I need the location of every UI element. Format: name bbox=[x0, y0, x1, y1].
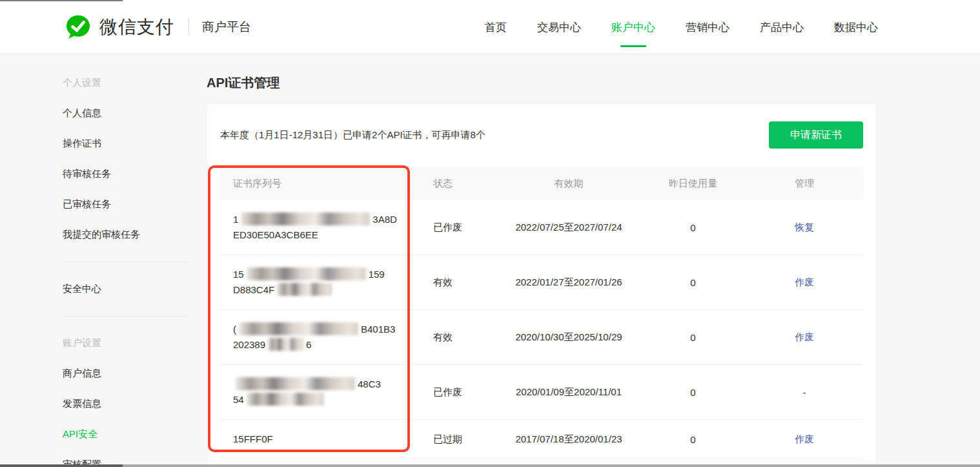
certificate-row: 15FFF0F已过期2017/07/18至2020/01/230作废 bbox=[220, 420, 863, 459]
apply-new-cert-button[interactable]: 申请新证书 bbox=[769, 121, 863, 149]
sidebar-item-api-security[interactable]: API安全 bbox=[63, 419, 187, 450]
sidebar: 个人设置个人信息操作证书待审核任务已审核任务我提交的审核任务安全中心账户设置商户… bbox=[63, 54, 187, 467]
certificate-table: 证书序列号状态有效期昨日使用量管理 13A8DED30E50A3CB6EE已作废… bbox=[220, 167, 863, 459]
main-content: API证书管理 本年度（1月1日-12月31日）已申请2个API证书，可再申请8… bbox=[207, 54, 877, 467]
certificate-row: 48C354已作废2020/01/09至2020/11/010- bbox=[220, 365, 863, 420]
certificate-card: 本年度（1月1日-12月31日）已申请2个API证书，可再申请8个 申请新证书 … bbox=[207, 103, 877, 467]
redaction-blur bbox=[277, 283, 332, 296]
sidebar-item-invoice-info[interactable]: 发票信息 bbox=[63, 389, 187, 419]
serial-text: 15FFF0F bbox=[233, 433, 273, 444]
serial-text: 202389 bbox=[233, 339, 265, 350]
sidebar-item-security-center[interactable]: 安全中心 bbox=[63, 274, 187, 304]
redaction-blur bbox=[239, 322, 358, 335]
cert-status: 有效 bbox=[433, 331, 507, 344]
column-header-serial: 证书序列号 bbox=[220, 178, 433, 190]
cert-validity: 2022/01/27至2027/01/26 bbox=[507, 276, 630, 289]
nav-item-account-center[interactable]: 账户中心 bbox=[611, 20, 655, 35]
serial-text: D883C4F bbox=[233, 284, 274, 295]
cert-usage: 0 bbox=[630, 332, 756, 343]
serial-text: 3A8D bbox=[373, 214, 397, 225]
screen-bottom-edge bbox=[0, 464, 980, 467]
brand[interactable]: 微信支付 商户平台 bbox=[65, 0, 251, 54]
cert-validity: 2022/07/25至2027/07/24 bbox=[507, 222, 630, 234]
sidebar-item-pending-review-tasks[interactable]: 待审核任务 bbox=[63, 159, 187, 189]
serial-text: 6 bbox=[306, 339, 311, 350]
redaction-blur bbox=[241, 213, 370, 225]
nav-item-data-center[interactable]: 数据中心 bbox=[834, 20, 878, 35]
wechat-pay-logo-icon bbox=[65, 14, 92, 41]
redaction-blur bbox=[247, 267, 366, 280]
serial-text: 159 bbox=[369, 269, 385, 280]
sidebar-divider bbox=[63, 316, 187, 317]
cert-usage: 0 bbox=[630, 434, 756, 445]
serial-text: B401B3 bbox=[361, 324, 395, 335]
nav-item-product-center[interactable]: 产品中心 bbox=[760, 20, 804, 35]
cert-serial: 48C354 bbox=[220, 377, 433, 408]
quota-summary-row: 本年度（1月1日-12月31日）已申请2个API证书，可再申请8个 申请新证书 bbox=[220, 121, 863, 149]
serial-text: 54 bbox=[233, 394, 244, 405]
cert-serial: (B401B32023896 bbox=[220, 322, 433, 353]
cert-void-link[interactable]: 作废 bbox=[795, 433, 814, 444]
brand-name: 微信支付 bbox=[99, 15, 174, 39]
cert-restore-link[interactable]: 恢复 bbox=[795, 222, 814, 233]
certificate-row: 15159D883C4F有效2022/01/27至2027/01/260作废 bbox=[220, 255, 863, 310]
column-header-status: 状态 bbox=[433, 178, 507, 190]
column-header-manage: 管理 bbox=[756, 178, 853, 190]
column-header-validity: 有效期 bbox=[507, 178, 630, 190]
sidebar-item-my-submitted-review-tasks[interactable]: 我提交的审核任务 bbox=[63, 220, 187, 250]
certificate-row: 13A8DED30E50A3CB6EE已作废2022/07/25至2027/07… bbox=[220, 200, 863, 255]
cert-action-none: - bbox=[756, 387, 853, 398]
serial-text: 1 bbox=[233, 214, 238, 225]
cert-status: 已作废 bbox=[433, 386, 507, 399]
sidebar-item-merchant-info[interactable]: 商户信息 bbox=[63, 358, 187, 389]
sidebar-item-personal-info[interactable]: 个人信息 bbox=[63, 98, 187, 129]
sidebar-item-operation-cert[interactable]: 操作证书 bbox=[63, 129, 187, 159]
cert-action-cell: 恢复 bbox=[756, 222, 853, 234]
serial-text: 48C3 bbox=[358, 379, 381, 389]
nav-item-marketing-center[interactable]: 营销中心 bbox=[686, 20, 730, 35]
serial-text: ED30E50A3CB6EE bbox=[233, 229, 318, 240]
nav-item-home[interactable]: 首页 bbox=[485, 20, 507, 35]
table-header-row: 证书序列号状态有效期昨日使用量管理 bbox=[220, 167, 863, 200]
certificate-row: (B401B32023896有效2020/10/30至2025/10/290作废 bbox=[220, 310, 863, 365]
sidebar-section-header: 账户设置 bbox=[63, 328, 187, 358]
cert-validity: 2017/07/18至2020/01/23 bbox=[507, 433, 630, 446]
brand-divider bbox=[189, 19, 189, 36]
cert-serial: 15FFF0F bbox=[220, 431, 433, 447]
redaction-blur bbox=[236, 377, 355, 390]
serial-text: 15 bbox=[233, 269, 244, 280]
cert-void-link[interactable]: 作废 bbox=[795, 331, 814, 342]
cert-status: 已过期 bbox=[433, 433, 507, 446]
table-body: 13A8DED30E50A3CB6EE已作废2022/07/25至2027/07… bbox=[220, 200, 863, 459]
cert-serial: 15159D883C4F bbox=[220, 267, 433, 298]
platform-label: 商户平台 bbox=[202, 19, 251, 36]
sidebar-divider bbox=[63, 262, 187, 262]
nav-item-trade-center[interactable]: 交易中心 bbox=[537, 20, 581, 35]
top-header: 微信支付 商户平台 首页交易中心账户中心营销中心产品中心数据中心 bbox=[0, 0, 980, 54]
sidebar-item-reviewed-tasks[interactable]: 已审核任务 bbox=[63, 189, 187, 220]
cert-usage: 0 bbox=[630, 277, 756, 288]
cert-status: 已作废 bbox=[433, 222, 507, 234]
cert-void-link[interactable]: 作废 bbox=[795, 276, 814, 287]
cert-usage: 0 bbox=[630, 222, 756, 233]
page-title: API证书管理 bbox=[207, 74, 877, 92]
column-header-usage: 昨日使用量 bbox=[630, 178, 756, 190]
quota-text: 本年度（1月1日-12月31日）已申请2个API证书，可再申请8个 bbox=[220, 129, 485, 141]
cert-action-cell: 作废 bbox=[756, 276, 853, 289]
cert-status: 有效 bbox=[433, 276, 507, 289]
redaction-blur bbox=[247, 393, 324, 406]
redaction-blur bbox=[268, 338, 303, 351]
screen-top-edge bbox=[0, 0, 123, 1]
serial-text: ( bbox=[233, 324, 236, 335]
cert-serial: 13A8DED30E50A3CB6EE bbox=[220, 212, 433, 243]
cert-action-cell: 作废 bbox=[756, 331, 853, 344]
cert-action-cell: 作废 bbox=[756, 433, 853, 446]
sidebar-section-header: 个人设置 bbox=[63, 68, 187, 98]
cert-validity: 2020/01/09至2020/11/01 bbox=[507, 386, 630, 399]
cert-validity: 2020/10/30至2025/10/29 bbox=[507, 331, 630, 344]
top-nav: 首页交易中心账户中心营销中心产品中心数据中心 bbox=[485, 0, 878, 54]
cert-usage: 0 bbox=[630, 387, 756, 398]
